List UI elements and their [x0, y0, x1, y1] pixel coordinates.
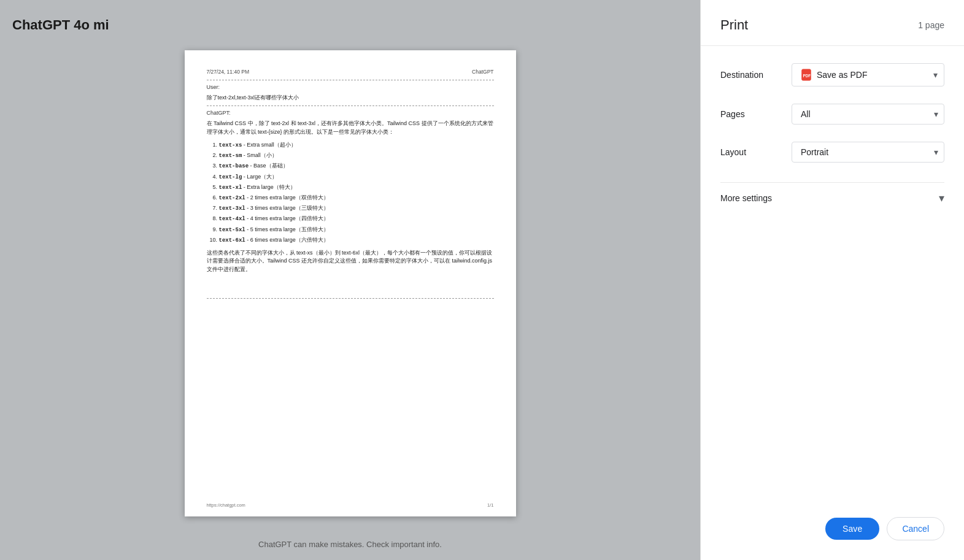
- list-item: text-base - Base（基础）: [219, 161, 494, 171]
- destination-arrow-icon: ▾: [933, 70, 938, 80]
- print-header: Print 1 page: [701, 0, 964, 46]
- page-divider-top: [207, 80, 494, 80]
- list-item: text-2xl - 2 times extra large（双倍特大）: [219, 193, 494, 203]
- cancel-button[interactable]: Cancel: [887, 517, 944, 540]
- save-button[interactable]: Save: [825, 518, 879, 540]
- destination-value: Save as PDF: [817, 70, 867, 80]
- pdf-icon: PDF: [801, 69, 812, 81]
- font-size-list: text-xs - Extra small（超小） text-sm - Smal…: [219, 140, 494, 245]
- bottom-notice: ChatGPT can make mistakes. Check importa…: [0, 540, 700, 549]
- list-item: text-xs - Extra small（超小）: [219, 140, 494, 150]
- pages-label: Pages: [720, 109, 782, 119]
- destination-select[interactable]: PDF Save as PDF ▾: [792, 63, 944, 86]
- list-item: text-3xl - 3 times extra large（三级特大）: [219, 203, 494, 213]
- action-buttons: Save Cancel: [701, 505, 964, 560]
- print-panel: Print 1 page Destination PDF Save as PDF…: [700, 0, 964, 560]
- footer-page: 1/1: [487, 502, 493, 508]
- list-item: text-5xl - 5 times extra large（五倍特大）: [219, 224, 494, 235]
- pages-count: 1 page: [918, 20, 944, 30]
- footer-url: https://chatgpt.com: [207, 502, 245, 508]
- pages-select[interactable]: All Custom: [792, 104, 944, 125]
- app-title: ChatGPT 4o mi: [12, 17, 109, 33]
- page-header-site: ChatGPT: [472, 69, 493, 75]
- svg-text:PDF: PDF: [803, 74, 811, 78]
- page-divider-mid: [207, 105, 494, 106]
- print-preview-page: 7/27/24, 11:40 PM ChatGPT User: 除了text-2…: [185, 50, 516, 516]
- layout-label: Layout: [720, 147, 782, 157]
- list-item: text-lg - Large（大）: [219, 172, 494, 182]
- page-header: 7/27/24, 11:40 PM ChatGPT: [207, 69, 494, 75]
- destination-label: Destination: [720, 70, 782, 80]
- user-label: User:: [207, 84, 494, 90]
- destination-select-wrap: PDF Save as PDF ▾: [792, 63, 944, 86]
- layout-row: Layout Portrait Landscape ▾: [720, 142, 944, 163]
- pages-row: Pages All Custom ▾: [720, 104, 944, 125]
- print-title: Print: [720, 17, 748, 33]
- page-divider-bottom: [207, 298, 494, 299]
- chatgpt-label: ChatGPT:: [207, 110, 494, 116]
- intro-text: 在 Tailwind CSS 中，除了 text-2xl 和 text-3xl，…: [207, 120, 494, 136]
- destination-row: Destination PDF Save as PDF ▾: [720, 63, 944, 86]
- user-question: 除了text-2xl,text-3xl还有哪些字体大小: [207, 94, 494, 102]
- more-settings-label: More settings: [720, 193, 772, 203]
- list-item: text-4xl - 4 times extra large（四倍特大）: [219, 213, 494, 224]
- list-item: text-sm - Small（小）: [219, 150, 494, 161]
- pages-select-wrap: All Custom ▾: [792, 104, 944, 125]
- layout-select[interactable]: Portrait Landscape: [792, 142, 944, 163]
- settings-body: Destination PDF Save as PDF ▾ Pages: [701, 46, 964, 505]
- left-panel: ChatGPT 4o mi 7/27/24, 11:40 PM ChatGPT …: [0, 0, 700, 560]
- list-item: text-xl - Extra large（特大）: [219, 182, 494, 193]
- chevron-down-icon: ▾: [939, 191, 944, 205]
- list-item: text-6xl - 6 times extra large（六倍特大）: [219, 235, 494, 245]
- more-settings-row[interactable]: More settings ▾: [720, 182, 944, 213]
- page-header-date: 7/27/24, 11:40 PM: [207, 69, 249, 75]
- layout-select-wrap: Portrait Landscape ▾: [792, 142, 944, 163]
- page-footer: https://chatgpt.com 1/1: [207, 502, 494, 508]
- summary-text: 这些类各代表了不同的字体大小，从 text-xs（最小）到 text-6xl（最…: [207, 249, 494, 274]
